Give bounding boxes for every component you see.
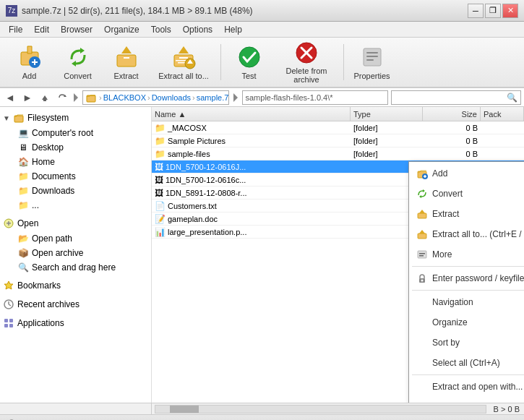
downloads-icon: 📁 [17,185,29,197]
ctx-organize-label: Organize [432,317,524,327]
horizontal-scrollbar[interactable]: B > 0 B [0,403,524,414]
bookmarks-icon [3,280,14,291]
extract-button[interactable]: Extract [103,40,150,84]
ctx-extractall[interactable]: Extract all to... (Ctrl+E / F12) [409,224,524,244]
ctx-navigation[interactable]: Navigation ▶ [409,292,524,312]
extract-all-button[interactable]: Extract all to... [151,40,216,84]
sidebar-item-home[interactable]: 🏠 Home [14,155,151,169]
ctx-add[interactable]: Add [409,163,524,184]
sidebar-section-bookmarks[interactable]: Bookmarks [0,278,151,293]
ctx-password[interactable]: Enter password / keyfile [409,268,524,288]
table-row[interactable]: 📁 sample-files [folder] 0 B [152,147,524,160]
file-size: 0 B [465,137,478,145]
col-header-type[interactable]: Type [351,107,423,121]
desktop-icon: 🖥 [17,142,29,153]
sidebar-section-open[interactable]: Open [0,215,151,231]
ctx-preview[interactable]: Preview with... ▶ [409,397,524,403]
svg-marker-6 [72,61,76,67]
menu-help[interactable]: Help [218,23,248,36]
menu-tools[interactable]: Tools [145,23,177,36]
sidebar-section-applications[interactable]: Applications [0,315,151,331]
sidebar-item-open-path[interactable]: 📂 Open path [14,231,151,246]
up-button[interactable] [38,90,52,105]
ctx-convert-icon [415,187,429,201]
minimize-button[interactable]: ─ [468,4,484,18]
breadcrumb-blackbox[interactable]: BLACKBOX [103,93,146,102]
sidebar-section-filesystem[interactable]: ▼ Filesystem [0,110,151,126]
col-header-name[interactable]: Name ▲ [152,107,351,121]
forward-button[interactable]: ► [20,90,35,105]
ctx-selectall[interactable]: Select all (Ctrl+A) [409,353,524,373]
delete-label: Delete from archive [278,67,335,84]
menu-file[interactable]: File [3,23,28,36]
svg-rect-52 [418,251,426,258]
sidebar-item-search-drag[interactable]: 🔍 Search and drag here [14,260,151,275]
file-type: [folder] [353,137,378,145]
sidebar-item-documents[interactable]: 📁 Documents [14,169,151,184]
ppt-icon: 📊 [155,227,166,237]
menu-organize[interactable]: Organize [98,23,145,36]
add-button[interactable]: Add [6,40,53,84]
ctx-more[interactable]: More ▶ [409,244,524,265]
file-size-cell: 0 B [423,137,481,145]
filelist[interactable]: Name ▲ Type Size Pack 📁 _MACOSX [folder]… [152,107,524,403]
ctx-organize[interactable]: Organize ▶ [409,312,524,333]
extract-all-label: Extract all to... [158,72,209,80]
ctx-extractopen-label: Extract and open with... [432,382,524,392]
sidebar-item-downloads[interactable]: 📁 Downloads [14,184,151,198]
file-type-cell: [folder] [351,124,423,132]
breadcrumb-downloads[interactable]: Downloads [152,93,191,102]
image-icon: 🖼 [155,162,163,172]
sidebar-item-computer-root[interactable]: 💻 Computer's root [14,126,151,140]
breadcrumb[interactable]: › BLACKBOX › Downloads › sample.7z [82,90,229,105]
breadcrumb-archive[interactable]: sample.7z [197,93,229,102]
table-row[interactable]: 📁 Sample Pictures [folder] 0 B [152,134,524,147]
file-name: 1DN_5700-12-0616J... [166,163,246,171]
properties-button[interactable]: Properties [348,40,395,84]
back-button[interactable]: ◄ [3,90,17,105]
col-name-label: Name ▲ [155,110,186,119]
applications-label: Applications [17,318,64,328]
file-name-cell: 📄 Customers.txt [152,201,351,211]
menubar: File Edit Browser Organize Tools Options… [0,22,524,38]
ctx-sortby[interactable]: Sort by ▶ [409,333,524,353]
search-input[interactable] [395,93,507,102]
recent-icon [3,299,14,310]
ctx-convert[interactable]: Convert [409,184,524,204]
ctx-more-icon [415,247,429,262]
svg-rect-9 [124,57,129,59]
menu-browser[interactable]: Browser [55,23,98,36]
col-header-pack[interactable]: Pack [481,107,524,121]
col-header-size[interactable]: Size [423,107,481,121]
close-button[interactable]: ✕ [502,4,518,18]
ctx-extract[interactable]: Extract ▶ [409,204,524,224]
svg-rect-33 [8,221,9,226]
statusbar-icon-archive [23,418,35,421]
filelist-hscroll-thumb[interactable] [170,406,199,413]
menu-edit[interactable]: Edit [28,23,55,36]
ctx-sortby-label: Sort by [432,338,524,348]
search-box[interactable]: 🔍 [391,90,521,105]
file-size-cell: 0 B [423,124,481,132]
toolbar-sep-2 [343,44,344,80]
ctx-navigation-icon [415,295,429,309]
titlebar-controls[interactable]: ─ ❐ ✕ [468,4,518,18]
breadcrumb-root[interactable] [86,92,98,102]
ctx-selectall-icon [415,356,429,370]
test-button[interactable]: Test [226,40,272,84]
menu-options[interactable]: Options [177,23,218,36]
svg-rect-22 [366,52,378,53]
table-row[interactable]: 📁 _MACOSX [folder] 0 B [152,121,524,134]
sidebar-item-open-archive[interactable]: 📦 Open archive [14,246,151,260]
sidebar-item-desktop[interactable]: 🖥 Desktop [14,140,151,155]
convert-button[interactable]: Convert [54,40,101,84]
restore-button[interactable]: ❐ [485,4,501,18]
filelist-hscroll-track[interactable] [155,405,486,413]
sidebar-item-more[interactable]: 📁 ... [14,198,151,213]
search-icon: 🔍 [507,93,517,103]
right-status-text: B > 0 B [494,405,520,413]
refresh-button[interactable] [55,90,69,105]
delete-button[interactable]: Delete from archive [274,40,339,84]
ctx-extractopen[interactable]: Extract and open with... ▶ [409,377,524,397]
sidebar-section-recent[interactable]: Recent archives [0,296,151,312]
